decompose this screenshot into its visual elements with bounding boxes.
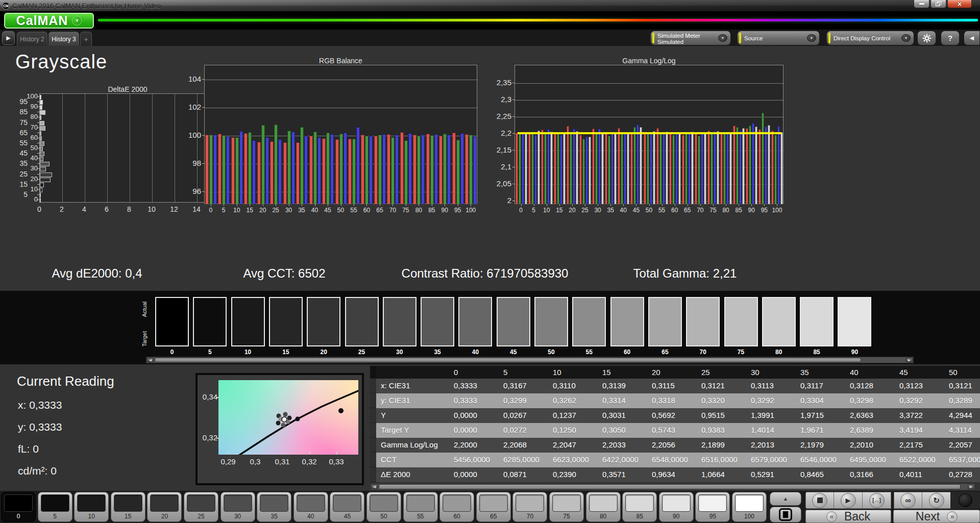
patch-button-45[interactable]: 45 xyxy=(330,492,364,522)
patch-button-75[interactable]: 75 xyxy=(549,492,584,522)
table-cell: 0,0871 xyxy=(499,467,548,482)
table-cell: 2,2000 xyxy=(449,438,499,453)
tick-mark xyxy=(512,99,514,100)
gamma-chart-bar-blue xyxy=(701,133,703,204)
table-row-CCT[interactable]: CCT5456,00006285,00006623,00006422,00006… xyxy=(370,453,980,467)
rgb-balance-chart-x-tick: 40 xyxy=(308,207,322,214)
meter-dropdown[interactable]: Simulated MeterSimulated ▼ xyxy=(650,31,731,45)
patch-label: 20 xyxy=(148,513,181,520)
patch-button-95[interactable]: 95 xyxy=(695,492,730,522)
gamma-chart-x-tick: 10 xyxy=(540,207,554,214)
patch-button-10[interactable]: 10 xyxy=(74,492,109,522)
scroll-right-icon[interactable]: ▶ xyxy=(968,484,974,489)
grayscale-swatch-70 xyxy=(686,297,720,346)
patch-button-30[interactable]: 30 xyxy=(220,492,255,522)
patch-button-0[interactable]: 0 xyxy=(1,492,36,522)
table-col-header-15: 15 xyxy=(598,366,647,379)
scrollbar-thumb[interactable] xyxy=(155,358,861,362)
back-button[interactable]: « Back xyxy=(805,510,891,523)
table-row-ΔE 2000[interactable]: ΔE 20000,00000,08710,23900,35710,96341,0… xyxy=(370,467,980,482)
source-dropdown[interactable]: Source ▼ xyxy=(737,31,820,45)
calman-menu-button[interactable]: CalMAN ▼ xyxy=(4,13,94,29)
refresh-button[interactable]: ↻ xyxy=(922,492,951,509)
tick-mark xyxy=(777,204,777,206)
settings-button[interactable] xyxy=(917,31,936,45)
patch-button-40[interactable]: 40 xyxy=(293,492,328,522)
patch-button-20[interactable]: 20 xyxy=(147,492,182,522)
patch-label: 95 xyxy=(696,513,729,520)
swatch-label-50: 50 xyxy=(534,348,568,356)
patch-button-80[interactable]: 80 xyxy=(586,492,621,522)
next-button[interactable]: Next » xyxy=(893,510,980,523)
gamma-chart-bar-white xyxy=(563,132,566,204)
tick-mark xyxy=(512,150,514,151)
tab-nav-arrow-button[interactable]: ▶ xyxy=(2,31,15,45)
table-col-header-45: 45 xyxy=(895,366,944,379)
rgb-balance-chart-bar-green xyxy=(339,134,343,204)
table-cell: 1,9671 xyxy=(796,423,845,438)
rgb-balance-chart-bar-green xyxy=(313,132,317,204)
table-cell: 2,1899 xyxy=(697,438,746,453)
patch-button-70[interactable]: 70 xyxy=(512,492,547,522)
gamma-chart-x-tick: 100 xyxy=(770,207,784,214)
scroll-left-icon[interactable]: ◀ xyxy=(147,358,154,362)
add-tab-button[interactable]: + xyxy=(80,32,92,46)
cie-x-tick: 0,32 xyxy=(298,457,321,466)
tab-history-3[interactable]: History 3 xyxy=(48,32,79,46)
patch-swatch xyxy=(150,494,179,512)
gamma-chart-bar-red xyxy=(771,131,774,204)
patch-button-25[interactable]: 25 xyxy=(184,492,218,522)
restore-button[interactable] xyxy=(930,0,946,8)
grayscale-swatch-55 xyxy=(572,297,606,346)
deltae-bar xyxy=(40,121,44,126)
patch-label: 90 xyxy=(659,513,693,520)
table-cell: 2,6389 xyxy=(845,423,895,438)
collapse-panel-button[interactable]: ◀ xyxy=(964,31,980,45)
table-row-Y[interactable]: Y0,00000,02670,12370,30310,56920,95151,3… xyxy=(370,408,980,423)
patch-swatch xyxy=(297,494,325,512)
table-cell: 0,3050 xyxy=(598,423,647,438)
close-button[interactable]: × xyxy=(947,0,972,8)
gamma-chart-bar-red xyxy=(528,134,531,204)
patch-button-55[interactable]: 55 xyxy=(403,492,438,522)
patch-button-85[interactable]: 85 xyxy=(622,492,657,522)
table-cell: 0,9634 xyxy=(647,467,697,482)
table-cell: 0,9515 xyxy=(697,408,746,423)
patch-panel-expand-button[interactable]: ▲ xyxy=(770,492,801,506)
rgb-balance-chart-bar-blue xyxy=(408,133,412,204)
table-scrollbar[interactable]: ◀ ▶ xyxy=(370,483,975,490)
table-row-Target Y[interactable]: Target Y0,00000,02720,12500,30500,57430,… xyxy=(370,423,980,438)
help-button[interactable]: ? xyxy=(941,31,960,45)
pattern-window-button[interactable] xyxy=(770,507,801,522)
patch-button-35[interactable]: 35 xyxy=(257,492,291,522)
step-read-button[interactable]: [↔] xyxy=(863,492,891,509)
table-cell: 0,3314 xyxy=(598,393,647,408)
patch-button-50[interactable]: 50 xyxy=(366,492,401,522)
rgb-balance-chart-bar-green xyxy=(261,125,265,204)
patch-button-5[interactable]: 5 xyxy=(38,492,72,522)
table-row-y: CIE31[interactable]: y: CIE310,33330,32990,32620,33140,33180,… xyxy=(370,393,980,408)
swatch-scrollbar[interactable]: ◀ ▶ xyxy=(146,357,914,363)
gamma-chart-y-tick: 2,05 xyxy=(486,179,511,188)
table-cell: 0,3128 xyxy=(845,379,895,393)
deltae-bar xyxy=(40,115,41,120)
stop-button[interactable] xyxy=(805,492,834,509)
patch-button-15[interactable]: 15 xyxy=(111,492,145,522)
scroll-left-icon[interactable]: ◀ xyxy=(371,484,378,489)
gamma-chart-bar-blue xyxy=(752,123,754,204)
display-control-dropdown[interactable]: Direct Display Control ▼ xyxy=(826,31,914,45)
continuous-read-button[interactable]: ∞ xyxy=(894,492,922,509)
gamma-chart-x-tick: 95 xyxy=(757,207,771,214)
tab-history-2[interactable]: History 2 xyxy=(17,32,47,46)
patch-button-90[interactable]: 90 xyxy=(659,492,694,522)
patch-button-65[interactable]: 65 xyxy=(476,492,511,522)
rgb-balance-chart-bar-blue xyxy=(382,134,386,204)
patch-button-100[interactable]: 100 xyxy=(732,492,767,522)
table-row-Gamma Log/Log[interactable]: Gamma Log/Log2,20002,20682,20472,20332,2… xyxy=(370,438,980,453)
patch-button-60[interactable]: 60 xyxy=(439,492,474,522)
scrollbar-thumb[interactable] xyxy=(379,484,961,489)
minimize-button[interactable] xyxy=(914,0,929,8)
table-row-x: CIE31[interactable]: x: CIE310,33330,31670,31100,31390,31150,… xyxy=(370,379,980,393)
scroll-right-icon[interactable]: ▶ xyxy=(906,358,913,362)
play-button[interactable]: ▶ xyxy=(834,492,863,509)
